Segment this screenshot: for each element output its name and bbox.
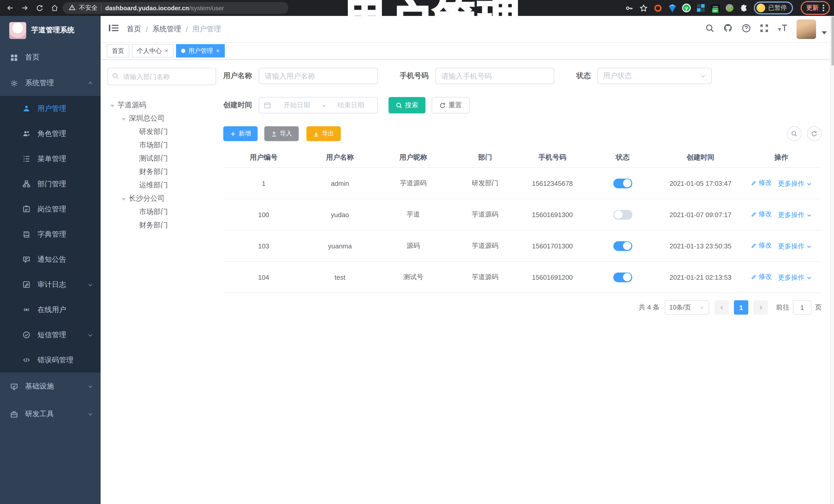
sidebar-item-online-users[interactable]: 在线用户 xyxy=(0,297,101,322)
export-button[interactable]: 导出 xyxy=(306,126,341,141)
edit-link[interactable]: 修改 xyxy=(751,210,772,219)
more-actions-link[interactable]: 更多操作 xyxy=(778,273,812,282)
url-text[interactable]: dashboard.yudao.iocoder.cn/system/user xyxy=(105,4,224,12)
home-icon[interactable] xyxy=(51,4,59,12)
toggle-search-button[interactable] xyxy=(787,126,802,141)
sidebar-item-audit-log[interactable]: 审计日志 xyxy=(0,272,101,297)
sidebar-item-dept-mgmt[interactable]: 部门管理 xyxy=(0,171,101,197)
mobile-input[interactable] xyxy=(435,68,554,84)
edit-link[interactable]: 修改 xyxy=(751,178,772,187)
user-avatar[interactable] xyxy=(796,19,816,39)
username-input[interactable] xyxy=(259,68,378,84)
add-button[interactable]: 新增 xyxy=(223,126,258,141)
close-icon[interactable]: × xyxy=(165,47,168,54)
edit-link[interactable]: 修改 xyxy=(751,241,772,250)
status-toggle[interactable] xyxy=(613,210,632,219)
tree-node[interactable]: 财务部门 xyxy=(107,165,216,179)
tab-user-mgmt[interactable]: 用户管理× xyxy=(176,44,225,58)
key-icon[interactable] xyxy=(624,4,633,12)
status-select[interactable]: 用户状态 xyxy=(597,68,712,84)
sidebar-item-dev-tools[interactable]: 研发工具 xyxy=(0,400,101,428)
more-actions-link[interactable]: 更多操作 xyxy=(778,211,812,220)
dept-search-input[interactable] xyxy=(107,68,216,85)
tree-node[interactable]: 长沙分公司 xyxy=(107,192,216,205)
goto-page-input[interactable] xyxy=(793,300,811,314)
post-icon xyxy=(23,205,30,213)
extension-ubuntu-icon[interactable] xyxy=(653,4,662,12)
gear-icon xyxy=(10,79,18,87)
reset-button[interactable]: 重置 xyxy=(432,97,469,113)
more-actions-link[interactable]: 更多操作 xyxy=(778,242,812,251)
prev-page-button[interactable] xyxy=(715,300,729,314)
address-bar[interactable]: 不安全 dashboard.yudao.iocoder.cn/system/us… xyxy=(63,2,288,14)
help-icon[interactable] xyxy=(742,23,751,35)
sidebar-item-infrastructure[interactable]: 基础设施 xyxy=(0,373,101,400)
extension-tabs-on-icon[interactable]: on xyxy=(711,4,720,12)
status-toggle[interactable] xyxy=(613,272,632,282)
security-label[interactable]: 不安全 xyxy=(79,4,97,12)
github-icon[interactable] xyxy=(723,23,733,35)
sidebar-item-user-mgmt[interactable]: 用户管理 xyxy=(0,96,101,121)
close-icon[interactable]: × xyxy=(216,47,220,54)
extension-pen-icon[interactable] xyxy=(725,4,734,12)
browser-menu-icon[interactable] xyxy=(823,5,824,11)
sidebar-item-notice[interactable]: 通知公告 xyxy=(0,247,101,272)
sidebar-item-menu-mgmt[interactable]: 菜单管理 xyxy=(0,146,101,171)
font-size-icon[interactable] xyxy=(777,24,788,35)
cell-mobile: 15601691200 xyxy=(520,273,585,281)
tab-profile[interactable]: 个人中心× xyxy=(132,44,174,58)
fullscreen-icon[interactable] xyxy=(760,23,769,35)
reload-icon[interactable] xyxy=(36,4,44,12)
sidebar-item-home[interactable]: 首页 xyxy=(0,45,101,70)
scrollbar-thumb[interactable] xyxy=(831,17,834,66)
sidebar-item-post-mgmt[interactable]: 岗位管理 xyxy=(0,197,101,222)
search-icon[interactable] xyxy=(705,23,715,35)
sidebar-item-errorcode-mgmt[interactable]: 错误码管理 xyxy=(0,348,101,373)
tab-home[interactable]: 首页 xyxy=(107,44,129,58)
collapse-sidebar-icon[interactable] xyxy=(109,24,118,34)
tree-node[interactable]: 财务部门 xyxy=(107,219,216,232)
tree-caret-icon[interactable] xyxy=(122,118,126,120)
status-toggle[interactable] xyxy=(613,178,632,188)
avatar-dropdown-caret-icon[interactable] xyxy=(822,31,827,34)
app-logo[interactable]: 芋道管理系统 xyxy=(0,16,101,45)
breadcrumb-home[interactable]: 首页 xyxy=(127,24,141,34)
tree-node[interactable]: 深圳总公司 xyxy=(107,112,216,125)
extension-squares-icon[interactable] xyxy=(697,4,705,12)
page-number-button[interactable]: 1 xyxy=(734,300,748,314)
breadcrumb-system[interactable]: 系统管理 xyxy=(152,24,181,34)
edit-link[interactable]: 修改 xyxy=(751,272,772,281)
cell-nickname: 源码 xyxy=(376,241,451,250)
tree-caret-icon[interactable] xyxy=(110,105,114,107)
extension-gem-icon[interactable] xyxy=(668,4,676,12)
page-scrollbar[interactable] xyxy=(830,16,834,504)
extensions-puzzle-icon[interactable] xyxy=(740,4,748,12)
tree-node[interactable]: 芋道源码 xyxy=(107,98,216,112)
status-toggle[interactable] xyxy=(613,241,632,251)
tree-node[interactable]: 测试部门 xyxy=(107,152,216,165)
page-size-select[interactable]: 10条/页 xyxy=(665,300,709,314)
bookmark-star-icon[interactable] xyxy=(639,4,648,12)
sidebar-item-system[interactable]: 系统管理 xyxy=(0,70,101,96)
sidebar-item-role-mgmt[interactable]: 角色管理 xyxy=(0,121,101,146)
extension-y-icon[interactable]: y xyxy=(682,4,691,12)
tree-node[interactable]: 研发部门 xyxy=(107,125,216,138)
dashboard-icon xyxy=(10,53,18,61)
import-button[interactable]: 导入 xyxy=(264,126,299,141)
notice-icon xyxy=(23,256,30,263)
tree-caret-icon[interactable] xyxy=(122,198,126,200)
search-button[interactable]: 搜索 xyxy=(389,97,425,113)
refresh-table-button[interactable] xyxy=(807,126,822,141)
tree-node[interactable]: 市场部门 xyxy=(107,205,216,219)
sidebar-item-dict-mgmt[interactable]: 字典管理 xyxy=(0,222,101,247)
back-icon[interactable] xyxy=(6,4,14,12)
tree-node[interactable]: 运维部门 xyxy=(107,179,216,192)
tree-node[interactable]: 市场部门 xyxy=(107,138,216,152)
browser-profile-paused-badge[interactable]: 已暂停 xyxy=(754,2,793,14)
browser-update-button[interactable]: 更新 xyxy=(800,1,830,15)
create-time-range-picker[interactable]: 开始日期 - 结束日期 xyxy=(259,97,378,113)
next-page-button[interactable] xyxy=(753,300,768,314)
sidebar-item-sms-mgmt[interactable]: 短信管理 xyxy=(0,322,101,348)
more-actions-link[interactable]: 更多操作 xyxy=(778,179,812,188)
forward-icon[interactable] xyxy=(21,4,29,12)
